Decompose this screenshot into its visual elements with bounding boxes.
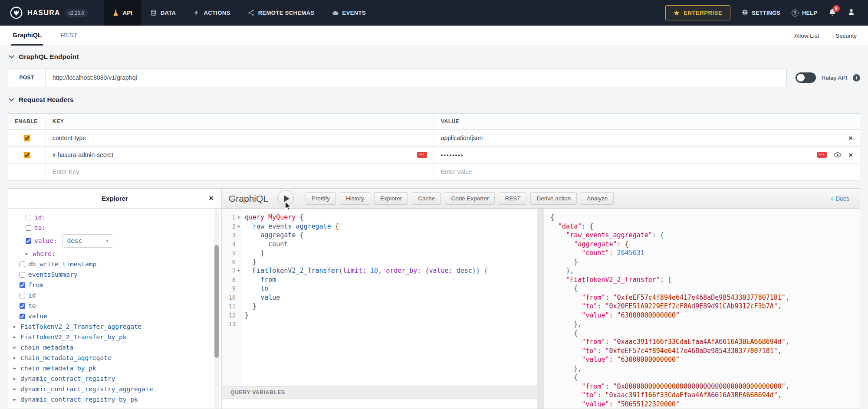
explorer-item-id[interactable]: id: — [8, 212, 221, 222]
pane-resize-handle[interactable] — [537, 209, 544, 409]
field-checkbox[interactable] — [20, 293, 25, 298]
field-label: dynamic_contract_registry_by_pk — [20, 396, 138, 403]
toolbar-button-history[interactable]: History — [340, 192, 370, 205]
toggle-knob — [797, 74, 805, 82]
help-button[interactable]: ? HELP — [792, 10, 817, 16]
toolbar-button-rest[interactable]: REST — [499, 192, 526, 205]
header-enable-checkbox[interactable] — [24, 152, 30, 158]
close-icon[interactable]: × — [209, 194, 214, 202]
execute-query-button[interactable] — [277, 190, 294, 207]
request-headers-section-toggle[interactable]: Request Headers — [8, 87, 860, 109]
tab-graphiql[interactable]: GraphiQL — [11, 26, 43, 46]
new-header-key-input[interactable] — [53, 168, 427, 175]
field-checkbox[interactable] — [26, 225, 31, 231]
nav-label: EVENTS — [342, 10, 366, 16]
tab-rest[interactable]: REST — [59, 26, 79, 46]
explorer-item-dynamic_contract_registry_aggregate[interactable]: ▶dynamic_contract_registry_aggregate — [8, 384, 221, 394]
endpoint-url-input[interactable] — [46, 69, 786, 87]
content: GraphQL Endpoint POST Relay API i Reques… — [0, 46, 868, 409]
nav-item-remote-schemas[interactable]: REMOTE SCHEMAS — [239, 0, 323, 26]
explorer-item-dynamic_contract_registry_by_pk[interactable]: ▶dynamic_contract_registry_by_pk — [8, 394, 221, 405]
graphql-endpoint-section-toggle[interactable]: GraphQL Endpoint — [8, 46, 860, 65]
header-value[interactable]: •••••••• — [441, 152, 464, 158]
explorer-item-value[interactable]: value:desc▾ — [8, 233, 221, 249]
nav-item-data[interactable]: DATA — [141, 0, 185, 26]
expand-arrow-icon: ▶ — [13, 324, 18, 329]
notifications-button[interactable]: 9 — [829, 8, 836, 18]
header-key[interactable]: content-type — [53, 134, 86, 141]
table-row: content-typeapplication/json× — [8, 129, 860, 146]
brand[interactable]: HASURA v2.23.0 — [0, 0, 98, 26]
new-header-value-input[interactable] — [441, 168, 853, 175]
field-checkbox[interactable] — [20, 282, 25, 288]
user-menu-button[interactable] — [848, 8, 855, 17]
toolbar-button-explorer[interactable]: Explorer — [374, 192, 408, 205]
enterprise-button[interactable]: ★ ENTERPRISE — [665, 5, 730, 20]
header-value[interactable]: application/json — [441, 134, 483, 141]
remove-header-button[interactable]: × — [848, 151, 853, 159]
explorer-item-FiatTokenV2_2_Transfer_aggregate[interactable]: ▶FiatTokenV2_2_Transfer_aggregate — [8, 321, 221, 332]
help-icon: ? — [792, 10, 799, 16]
chevron-down-icon — [9, 55, 14, 59]
field-checkbox[interactable] — [20, 314, 25, 319]
field-checkbox[interactable] — [20, 272, 25, 278]
field-checkbox[interactable] — [26, 238, 31, 244]
explorer-item-eventsSummary[interactable]: eventsSummary — [8, 269, 221, 280]
header-key[interactable]: x-hasura-admin-secret — [53, 151, 113, 158]
code-line: from — [245, 275, 537, 285]
code-line: { — [550, 284, 860, 293]
actions-icon — [193, 10, 200, 16]
toolbar-button-cache[interactable]: Cache — [412, 192, 441, 205]
link-allow-list[interactable]: Allow List — [794, 33, 819, 39]
response-panel: { "data": { "raw_events_aggregate": { "a… — [544, 209, 860, 409]
nav-item-actions[interactable]: ACTIONS — [184, 0, 239, 26]
explorer-item-db_write_timestamp[interactable]: db_write_timestamp — [8, 259, 221, 269]
hasura-console: HASURA v2.23.0 APIDATAACTIONSREMOTE SCHE… — [0, 0, 868, 409]
toolbar-button-prettify[interactable]: Prettify — [306, 192, 336, 205]
explorer-item-dynamic_contract_registry[interactable]: ▶dynamic_contract_registry — [8, 373, 221, 384]
query-variables-label: QUERY VARIABLES — [230, 389, 285, 396]
explorer-item-chain_metadata_aggregate[interactable]: ▶chain_metadata_aggregate — [8, 353, 221, 363]
docs-link[interactable]: ‹ Docs — [831, 195, 853, 202]
explorer-item-where[interactable]: ▶where: — [8, 249, 221, 259]
explorer-item-chain_metadata_by_pk[interactable]: ▶chain_metadata_by_pk — [8, 363, 221, 373]
query-variables-editor[interactable] — [222, 399, 537, 409]
explorer-tree: id:to:value:desc▾▶where:db_write_timesta… — [8, 212, 221, 405]
nav-item-events[interactable]: EVENTS — [323, 0, 375, 26]
explorer-item-FiatTokenV2_2_Transfer_by_pk[interactable]: ▶FiatTokenV2_2_Transfer_by_pk — [8, 332, 221, 342]
explorer-scrollbar-thumb[interactable] — [214, 245, 219, 358]
query-variables-bar[interactable]: QUERY VARIABLES — [222, 386, 537, 399]
settings-button[interactable]: SETTINGS — [742, 9, 780, 17]
relay-api-toggle[interactable] — [796, 72, 816, 83]
chevron-left-icon: ‹ — [831, 195, 833, 202]
nav-label: ACTIONS — [204, 10, 230, 16]
toolbar-button-derive-action[interactable]: Derive action — [530, 192, 577, 205]
graphiql-ide: Explorer × id:to:value:desc▾▶where:db_wr… — [8, 188, 860, 409]
explorer-item-value[interactable]: value — [8, 311, 221, 321]
field-checkbox[interactable] — [26, 215, 31, 220]
toolbar-button-analyze[interactable]: Analyze — [581, 192, 614, 205]
sort-direction-select[interactable]: desc▾ — [62, 234, 113, 248]
docs-label: Docs — [835, 195, 849, 202]
explorer-item-to[interactable]: to: — [8, 222, 221, 233]
toolbar-button-code-exporter[interactable]: Code Exporter — [445, 192, 495, 205]
notification-badge: 9 — [833, 5, 840, 12]
field-label: dynamic_contract_registry — [20, 375, 115, 382]
code-line: } — [245, 302, 537, 311]
explorer-item-from[interactable]: from — [8, 280, 221, 290]
explorer-item-id[interactable]: id — [8, 290, 221, 301]
explorer-item-chain_metadata[interactable]: ▶chain_metadata — [8, 342, 221, 353]
field-checkbox[interactable] — [20, 262, 25, 267]
remove-header-button[interactable]: × — [848, 134, 853, 142]
link-security[interactable]: Security — [835, 33, 857, 39]
query-editor[interactable]: 1▾2▾34567▾8910111213 query MyQuery { raw… — [222, 209, 537, 386]
brand-name: HASURA — [27, 9, 60, 17]
code-line: } — [550, 258, 860, 267]
eye-icon[interactable] — [834, 152, 842, 157]
header-enable-checkbox[interactable] — [24, 135, 30, 141]
field-checkbox[interactable] — [20, 303, 25, 309]
info-icon[interactable]: i — [853, 74, 860, 82]
nav-item-api[interactable]: API — [104, 0, 141, 26]
explorer-item-to[interactable]: to — [8, 301, 221, 311]
code-line: } — [245, 258, 537, 267]
